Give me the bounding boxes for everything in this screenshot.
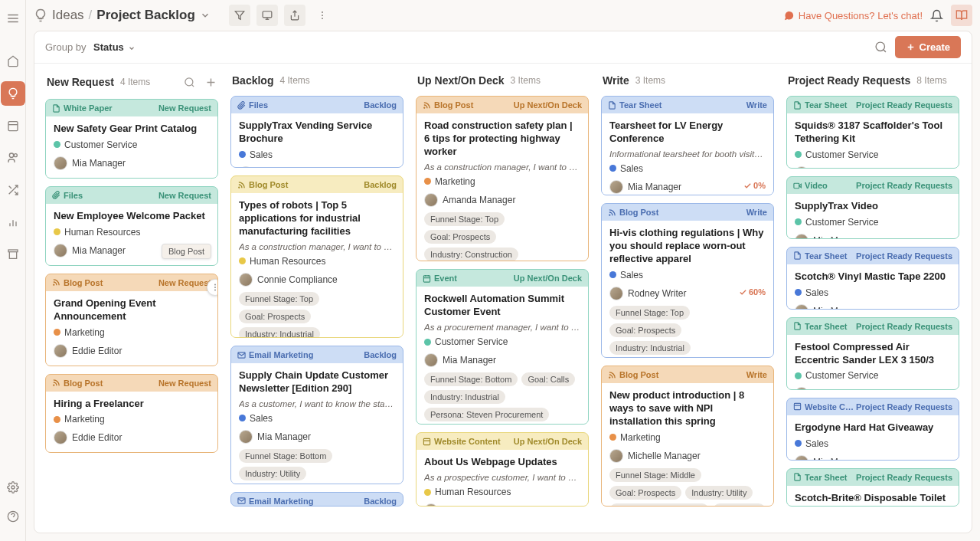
pill: Goal: Prospects — [609, 323, 681, 337]
card[interactable]: Tear Sheet WriteTearsheet for LV Energy … — [601, 96, 774, 195]
card-header: Email Marketing Backlog — [231, 493, 403, 507]
card-tag: Customer Service — [795, 370, 951, 381]
card-user: Mia Manager — [795, 387, 867, 389]
card[interactable]: Website C… Project Ready RequestsErgodyn… — [786, 398, 959, 461]
card[interactable]: Blog Post WriteNew product introduction … — [601, 366, 774, 507]
card-body: Tearsheet for LV Energy ConferenceInform… — [602, 113, 773, 195]
card-more-icon[interactable] — [207, 279, 218, 296]
breadcrumb-page[interactable]: Project Backlog — [96, 8, 195, 23]
card-header: Blog Post New Request — [46, 375, 217, 392]
ideas-icon[interactable] — [1, 81, 25, 106]
card[interactable]: Tear Sheet Project Ready RequestsScotch®… — [786, 247, 959, 310]
card[interactable]: Event Up Next/On DeckRockwell Automation… — [416, 269, 589, 425]
add-icon[interactable] — [203, 74, 218, 90]
avatar — [54, 431, 67, 444]
card-title: About Us Webpage Updates — [424, 456, 580, 469]
card[interactable]: Video Project Ready RequestsSupplyTrax V… — [786, 176, 959, 239]
svg-point-24 — [322, 18, 323, 19]
card[interactable]: Website Content Up Next/On DeckAbout Us … — [416, 432, 589, 507]
search-icon[interactable] — [181, 74, 197, 90]
card[interactable]: Files BacklogSupplyTrax Vending Service … — [230, 96, 403, 168]
groupby[interactable]: Group by Status — [45, 41, 136, 53]
shuffle-icon[interactable] — [1, 178, 25, 202]
calendar-icon[interactable] — [1, 113, 25, 138]
card-body: Road construction safety plan | 6 tips f… — [416, 113, 588, 261]
card-title: Grand Opening Event Announcement — [54, 297, 210, 323]
card-tag: Sales — [795, 287, 951, 298]
pill: Funnel Stage: Top — [424, 212, 505, 226]
card[interactable]: Blog Post Up Next/On DeckRoad constructi… — [416, 96, 589, 261]
card[interactable]: Tear Sheet Project Ready RequestsScotch-… — [786, 468, 959, 507]
card-body: Hiring a FreelancerMarketingEddie Editor — [46, 392, 217, 453]
help-icon[interactable] — [1, 504, 25, 529]
menu-icon[interactable] — [1, 6, 25, 31]
column-title: Write — [603, 74, 629, 87]
more-icon[interactable] — [312, 5, 333, 26]
display-icon[interactable] — [256, 5, 278, 26]
search-icon[interactable] — [874, 41, 887, 54]
svg-rect-50 — [794, 183, 799, 188]
svg-point-35 — [214, 287, 216, 288]
card-tag: Marketing — [54, 414, 210, 425]
column-header: Project Ready Requests 8 Items — [786, 74, 961, 87]
card-body: Ergodyne Hard Hat GiveawaySalesMia Manag… — [787, 415, 959, 461]
settings-icon[interactable] — [1, 475, 25, 500]
svg-point-25 — [876, 42, 884, 51]
svg-marker-17 — [235, 11, 244, 20]
card-description: As a construction manager, I want to und… — [239, 242, 395, 251]
create-button[interactable]: Create — [895, 36, 961, 58]
card-title: Scotch-Brite® Disposable Toilet — [795, 492, 951, 505]
card-status: Project Ready Requests — [856, 402, 952, 411]
analytics-icon[interactable] — [1, 210, 25, 234]
card[interactable]: Blog Post BacklogTypes of robots | Top 5… — [230, 175, 403, 338]
bell-icon[interactable] — [930, 9, 943, 22]
file-icon — [608, 101, 616, 110]
book-icon[interactable] — [951, 5, 972, 26]
archive-icon[interactable] — [1, 242, 25, 267]
chat-link[interactable]: Have Questions? Let's chat! — [783, 10, 923, 21]
card[interactable]: Blog Post New RequestGrand Opening Event… — [45, 274, 218, 366]
filter-icon[interactable] — [229, 5, 250, 26]
avatar — [54, 244, 67, 257]
pill: Goal: Prospects — [239, 310, 311, 323]
card-header: Website Content Up Next/On Deck — [416, 433, 588, 450]
clip-icon — [52, 191, 60, 199]
breadcrumb-root[interactable]: Ideas — [52, 8, 84, 23]
card-status: Up Next/On Deck — [514, 437, 582, 446]
card-status: Backlog — [364, 180, 397, 189]
card[interactable]: Blog Post WriteHi-vis clothing regulatio… — [601, 203, 774, 358]
svg-point-14 — [11, 486, 15, 489]
card[interactable]: Files New RequestNew Employee Welcome Pa… — [45, 186, 218, 266]
column-title: Project Ready Requests — [788, 74, 910, 87]
column-count: 3 Items — [511, 75, 541, 86]
card-type: Event — [434, 274, 457, 283]
card[interactable]: Blog Post New RequestHiring a Freelancer… — [45, 374, 218, 454]
file-icon — [52, 104, 60, 113]
card-type: Tear Sheet — [805, 251, 847, 261]
chevron-down-icon[interactable] — [200, 10, 211, 21]
avatar — [424, 353, 438, 367]
card-title: Tearsheet for LV Energy Conference — [609, 120, 766, 146]
card-title: Squids® 3187 Scaffolder's Tool Tethering… — [795, 120, 951, 146]
card[interactable]: Email Marketing Backlog — [230, 492, 403, 507]
card-header: Website C… Project Ready Requests — [787, 398, 959, 415]
card-user: Mia Manager — [54, 244, 126, 257]
card-type: Email Marketing — [249, 350, 313, 359]
home-icon[interactable] — [1, 49, 25, 74]
card-type: Tear Sheet — [805, 322, 847, 331]
card[interactable]: Tear Sheet Project Ready RequestsSquids®… — [786, 96, 959, 169]
svg-rect-13 — [8, 250, 18, 252]
card-description: As a construction manager, I want to kno… — [424, 162, 580, 172]
card-title: Ergodyne Hard Hat Giveaway — [795, 421, 951, 434]
team-icon[interactable] — [1, 146, 25, 170]
share-icon[interactable] — [284, 5, 305, 26]
card[interactable]: Tear Sheet Project Ready RequestsFestool… — [786, 317, 959, 390]
avatar — [239, 430, 253, 444]
pill: Industry: Construction — [424, 248, 518, 261]
card[interactable]: White Paper New RequestNew Safety Gear P… — [45, 99, 218, 179]
card-title: New Safety Gear Print Catalog — [54, 123, 210, 136]
svg-rect-42 — [423, 276, 430, 282]
svg-rect-3 — [8, 122, 18, 131]
card-tag: Customer Service — [54, 139, 210, 150]
card[interactable]: Email Marketing BacklogSupply Chain Upda… — [230, 346, 403, 484]
